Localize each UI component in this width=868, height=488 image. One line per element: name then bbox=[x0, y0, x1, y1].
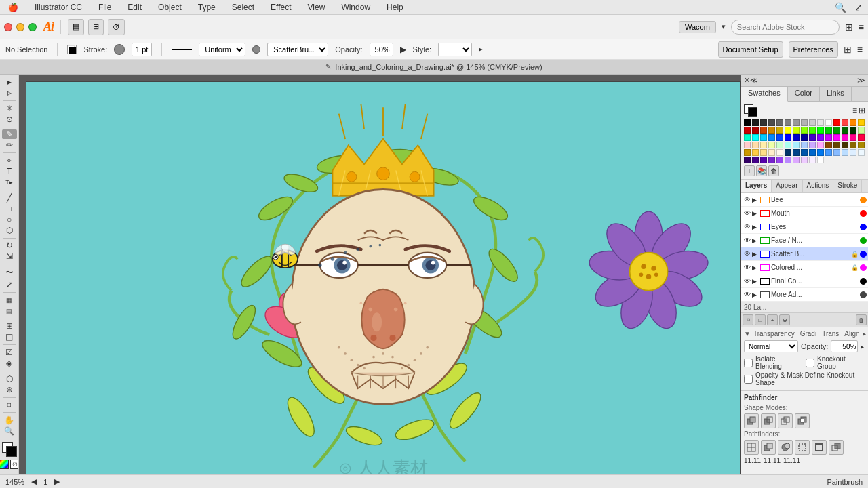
layer-row[interactable]: 👁 ▶ Eyes bbox=[741, 220, 868, 234]
stroke-width-input[interactable] bbox=[132, 43, 152, 56]
swatch-cell[interactable] bbox=[801, 119, 808, 126]
swatch-cell[interactable] bbox=[801, 142, 808, 148]
layers-make-mask[interactable]: □ bbox=[755, 314, 766, 325]
stroke-color-swatch[interactable] bbox=[67, 45, 77, 54]
swatch-cell[interactable] bbox=[825, 119, 832, 126]
swatch-cell[interactable] bbox=[809, 157, 816, 163]
symbol-tool[interactable]: ⊛ bbox=[2, 385, 17, 394]
shaper-tool[interactable]: ⬡ bbox=[2, 226, 17, 235]
swatch-cell[interactable] bbox=[817, 149, 824, 156]
swatch-cell[interactable] bbox=[768, 119, 775, 126]
pathfinder-merge[interactable] bbox=[778, 440, 793, 455]
layer-expand-icon[interactable]: ▶ bbox=[752, 237, 759, 244]
swatch-cell[interactable] bbox=[752, 142, 759, 148]
swatch-cell[interactable] bbox=[833, 119, 840, 126]
layer-visibility-icon[interactable]: 👁 bbox=[743, 290, 752, 300]
swatch-list-view[interactable]: ≡ bbox=[852, 106, 857, 115]
document-setup-button[interactable]: Document Setup bbox=[718, 41, 783, 58]
collapse-icon[interactable]: ≪ bbox=[750, 76, 758, 85]
layer-expand-icon[interactable]: ▶ bbox=[752, 210, 759, 217]
warp-tool[interactable]: 〜 bbox=[2, 267, 17, 279]
pathfinder-intersect[interactable] bbox=[778, 413, 793, 428]
swatch-cell[interactable] bbox=[858, 127, 865, 134]
swatch-cell[interactable] bbox=[744, 119, 751, 126]
align-label[interactable]: Align bbox=[844, 330, 859, 338]
brushes-button[interactable]: ▤ bbox=[68, 19, 84, 35]
layers-new-sublayer[interactable]: ⊕ bbox=[779, 314, 790, 325]
swatch-cell[interactable] bbox=[776, 149, 783, 156]
layer-expand-icon[interactable]: ▶ bbox=[752, 197, 759, 203]
swatch-cell[interactable] bbox=[833, 149, 840, 156]
swatch-cell[interactable] bbox=[760, 142, 767, 148]
eyedropper-tool[interactable]: ☑ bbox=[2, 348, 17, 357]
pathfinder-minus-front[interactable] bbox=[761, 413, 776, 428]
close-button[interactable] bbox=[4, 23, 12, 31]
swatch-cell[interactable] bbox=[842, 119, 848, 126]
swatch-cell[interactable] bbox=[825, 134, 832, 141]
swatch-cell[interactable] bbox=[809, 142, 816, 148]
swatch-cell[interactable] bbox=[809, 149, 816, 156]
maximize-button[interactable] bbox=[28, 23, 37, 31]
layer-row[interactable]: 👁 ▶ Scatter B... 🔒 bbox=[741, 247, 868, 261]
swatch-cell[interactable] bbox=[850, 127, 856, 134]
none-color-button[interactable]: ∅ bbox=[10, 460, 20, 469]
opacity-mask-checkbox[interactable] bbox=[744, 375, 753, 384]
preferences-button[interactable]: Preferences bbox=[789, 41, 838, 58]
swatch-cell[interactable] bbox=[858, 142, 865, 148]
swatch-cell[interactable] bbox=[842, 142, 848, 148]
swatch-cell[interactable] bbox=[801, 127, 808, 134]
swatch-cell[interactable] bbox=[776, 119, 783, 126]
pathfinder-outline[interactable] bbox=[812, 440, 827, 455]
layer-visibility-icon[interactable]: 👁 bbox=[743, 222, 752, 232]
swatch-cell[interactable] bbox=[785, 134, 791, 141]
swatch-cell[interactable] bbox=[768, 149, 775, 156]
layer-row[interactable]: 👁 ▶ Final Co... bbox=[741, 274, 868, 288]
swatch-cell[interactable] bbox=[817, 127, 824, 134]
swatch-cell[interactable] bbox=[752, 157, 759, 163]
swatch-cell[interactable] bbox=[768, 142, 775, 148]
swatch-cell[interactable] bbox=[744, 142, 751, 148]
tab-appearance[interactable]: Appear bbox=[772, 180, 802, 192]
swatch-cell[interactable] bbox=[809, 119, 816, 126]
opacity-expand-icon[interactable]: ▸ bbox=[861, 343, 864, 350]
swatch-cell[interactable] bbox=[760, 119, 767, 126]
swatch-cell[interactable] bbox=[809, 134, 816, 141]
canvas-document[interactable]: ⊙ 人人素材 bbox=[26, 81, 741, 474]
direct-selection-tool[interactable]: ▹ bbox=[2, 88, 17, 98]
app-name-menu[interactable]: Illustrator CC bbox=[32, 1, 85, 14]
view-menu[interactable]: View bbox=[305, 1, 328, 14]
gradi-label[interactable]: Gradi bbox=[800, 330, 816, 338]
artboard-tool[interactable]: ⊡ bbox=[2, 400, 17, 409]
swatch-add-btn[interactable]: + bbox=[744, 165, 755, 176]
measure-tool[interactable]: ◈ bbox=[2, 359, 17, 368]
swatch-cell[interactable] bbox=[817, 157, 824, 163]
swatch-cell[interactable] bbox=[760, 157, 767, 163]
swatch-cell[interactable] bbox=[801, 149, 808, 156]
edit-menu[interactable]: Edit bbox=[125, 1, 144, 14]
swatch-cell[interactable] bbox=[793, 157, 800, 163]
nav-next[interactable]: ▶ bbox=[54, 477, 60, 486]
touch-type-tool[interactable]: T▸ bbox=[2, 178, 17, 187]
swatch-cell[interactable] bbox=[744, 134, 751, 141]
tab-stroke[interactable]: Stroke bbox=[833, 180, 862, 192]
layer-row[interactable]: 👁 ▶ Bee bbox=[741, 193, 868, 207]
swatch-cell[interactable] bbox=[858, 149, 865, 156]
swatch-cell[interactable] bbox=[776, 134, 783, 141]
select-menu[interactable]: Select bbox=[229, 1, 257, 14]
selection-tool[interactable]: ▸ bbox=[2, 77, 17, 87]
layer-expand-icon[interactable]: ▶ bbox=[752, 291, 759, 298]
apple-menu[interactable]: 🍎 bbox=[5, 1, 21, 14]
layer-expand-icon[interactable]: ▶ bbox=[752, 278, 759, 285]
grid-button[interactable]: ⊞ bbox=[88, 19, 104, 35]
swatch-cell[interactable] bbox=[744, 157, 751, 163]
ellipse-tool[interactable]: ○ bbox=[2, 215, 17, 224]
hand-tool[interactable]: ✋ bbox=[2, 415, 17, 425]
color-swatch-container[interactable] bbox=[2, 442, 17, 457]
type-menu[interactable]: Type bbox=[195, 1, 218, 14]
swatch-cell[interactable] bbox=[752, 127, 759, 134]
minimize-button[interactable] bbox=[16, 23, 24, 31]
pathfinder-exclude[interactable] bbox=[795, 413, 810, 428]
mesh-tool[interactable]: ⊞ bbox=[2, 321, 17, 331]
free-transform-tool[interactable]: ⤢ bbox=[2, 280, 17, 289]
tab-layers[interactable]: Layers bbox=[741, 180, 772, 192]
